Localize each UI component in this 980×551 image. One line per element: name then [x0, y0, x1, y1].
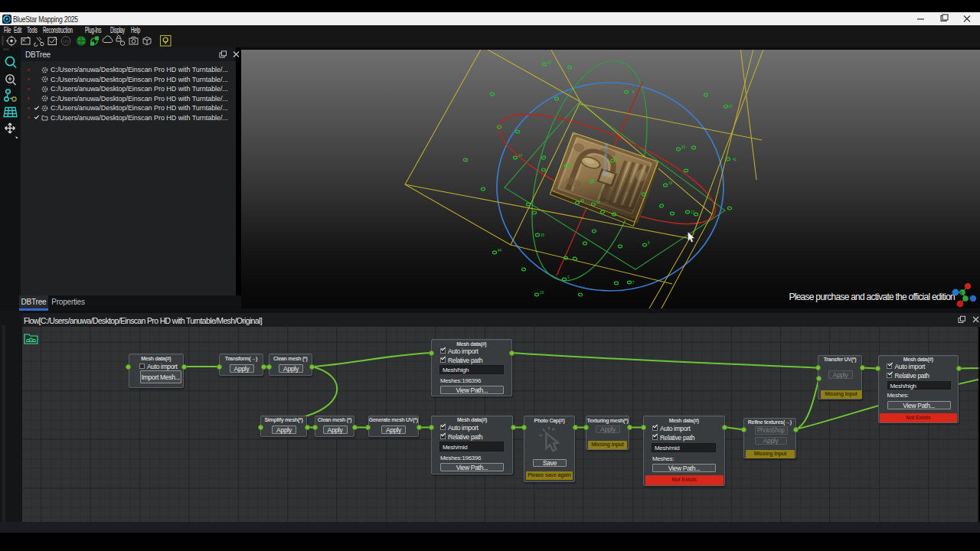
svg-text:19: 19 [668, 181, 673, 185]
svg-text:36: 36 [596, 201, 601, 204]
svg-text:3: 3 [567, 276, 570, 279]
svg-text:27: 27 [729, 105, 733, 109]
svg-text:29: 29 [540, 291, 544, 295]
svg-text:Y: Y [960, 291, 963, 295]
svg-text:14: 14 [518, 154, 523, 158]
svg-text:7: 7 [632, 281, 635, 285]
svg-text:31: 31 [570, 162, 574, 166]
svg-text:48: 48 [580, 199, 585, 203]
svg-text:25: 25 [541, 233, 545, 237]
svg-text:17: 17 [691, 210, 695, 214]
svg-text:12: 12 [547, 60, 552, 64]
svg-text:23: 23 [681, 145, 686, 149]
svg-text:8: 8 [632, 90, 635, 94]
svg-text:Please purchase and activate t: Please purchase and activate the officia… [789, 292, 955, 302]
svg-text:UV: UV [64, 39, 70, 44]
svg-text:44: 44 [498, 249, 502, 253]
svg-text:41: 41 [733, 158, 737, 161]
svg-text:9: 9 [648, 241, 650, 245]
